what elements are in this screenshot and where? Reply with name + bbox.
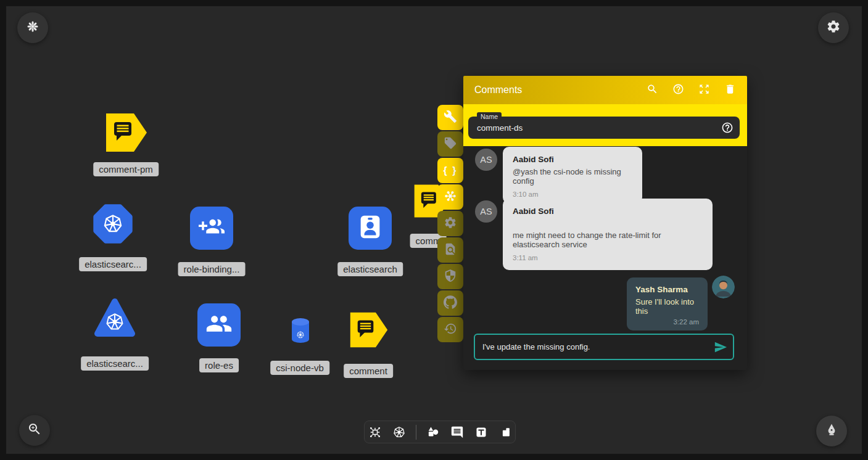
avatar-yash xyxy=(712,276,735,298)
pen-nib-icon xyxy=(824,422,839,440)
shapes-icon[interactable] xyxy=(426,425,440,440)
comment-composer xyxy=(474,334,734,360)
node-csi-node-vb[interactable] xyxy=(289,317,312,344)
gear-icon xyxy=(444,216,457,232)
doc-preview-button[interactable] xyxy=(437,237,463,263)
history-button[interactable] xyxy=(437,317,463,342)
message-text: Sure I'll look into this xyxy=(635,297,699,316)
message-time: 3:10 am xyxy=(513,191,632,198)
doc-search-icon xyxy=(444,242,457,258)
toolbar-divider xyxy=(416,425,416,440)
pen-tool-fab[interactable] xyxy=(816,416,847,446)
node-label[interactable]: csi-node-vb xyxy=(270,361,329,375)
configure-button[interactable] xyxy=(437,105,463,130)
node-label[interactable]: comment xyxy=(344,364,393,378)
design-canvas[interactable]: comment-pm elasticsearc... role-binding.… xyxy=(6,6,862,454)
message-author: Aabid Sofi xyxy=(513,155,632,164)
node-label[interactable]: elasticsearch xyxy=(337,262,403,276)
braces-icon: { } xyxy=(444,165,458,176)
comments-panel: Comments Name AS Aabid Sofi @yash the cs… xyxy=(463,76,747,370)
shield-icon xyxy=(444,269,457,285)
json-button[interactable]: { } xyxy=(437,158,463,183)
help-icon[interactable] xyxy=(672,83,684,97)
node-elasticsearch-triangle[interactable] xyxy=(93,297,136,340)
chat-message[interactable]: Aabid Sofi @yash the csi-node is missing… xyxy=(503,147,642,203)
comment-icon[interactable] xyxy=(450,425,465,440)
message-time: 3:22 am xyxy=(635,318,699,326)
panel-title: Comments xyxy=(474,84,522,96)
message-text: me might need to change the rate-limit f… xyxy=(513,231,703,249)
security-button[interactable] xyxy=(437,264,463,289)
node-label[interactable]: comment-pm xyxy=(93,162,159,176)
avatar-aabid: AS xyxy=(475,149,497,171)
shape-toolbar xyxy=(364,421,516,443)
history-icon xyxy=(444,322,457,338)
comments-panel-header[interactable]: Comments xyxy=(463,76,747,104)
name-input[interactable] xyxy=(477,117,705,139)
name-field-box: Name xyxy=(468,117,740,139)
avatar-initials: AS xyxy=(480,155,492,165)
github-icon xyxy=(444,295,457,311)
expand-icon[interactable] xyxy=(698,83,710,97)
meshery-flower-icon xyxy=(25,19,40,36)
comment-node-icon xyxy=(105,144,148,154)
node-role-es[interactable] xyxy=(197,303,241,347)
chat-message[interactable]: Yash Sharma Sure I'll look into this 3:2… xyxy=(627,277,708,331)
node-comment[interactable] xyxy=(349,311,389,349)
settings-button[interactable] xyxy=(437,211,463,236)
node-elasticsearch-octagon[interactable] xyxy=(91,202,134,245)
comment-node-icon xyxy=(349,340,389,351)
node-label[interactable]: role-es xyxy=(199,358,239,372)
meshery-logo-button[interactable] xyxy=(17,12,48,43)
wrench-icon xyxy=(444,110,457,126)
node-action-toolbar: { } xyxy=(437,105,463,343)
help-circle-icon[interactable] xyxy=(721,121,734,134)
rectangle-tool-icon[interactable] xyxy=(498,425,513,440)
message-author: Yash Sharma xyxy=(635,285,699,294)
hub-icon xyxy=(444,189,457,205)
schema-icon[interactable] xyxy=(368,425,382,440)
avatar-aabid: AS xyxy=(475,200,497,223)
settings-fab[interactable] xyxy=(818,12,849,43)
search-icon[interactable] xyxy=(647,83,658,97)
node-label[interactable]: elasticsearc... xyxy=(81,356,149,371)
message-author: Aabid Sofi xyxy=(513,207,703,216)
group-icon xyxy=(205,310,233,340)
group-add-icon xyxy=(199,214,225,242)
node-comment-pm[interactable] xyxy=(105,113,148,152)
hub-button[interactable] xyxy=(437,184,463,210)
node-label[interactable]: role-binding... xyxy=(178,262,246,276)
chat-message[interactable]: Aabid Sofi me might need to change the r… xyxy=(503,199,713,270)
node-elasticsearch-serviceaccount[interactable] xyxy=(349,207,392,250)
node-role-binding[interactable] xyxy=(190,207,233,250)
text-tool-icon[interactable] xyxy=(474,425,489,440)
node-label[interactable]: elasticsearc... xyxy=(79,257,147,271)
zoom-fab[interactable] xyxy=(19,415,50,446)
name-section: Name xyxy=(463,104,747,146)
message-time: 3:11 am xyxy=(513,254,703,261)
badge-icon xyxy=(356,213,384,244)
tag-icon xyxy=(444,136,457,152)
trash-icon[interactable] xyxy=(724,83,736,97)
send-icon[interactable] xyxy=(714,340,727,354)
kubernetes-icon[interactable] xyxy=(392,425,407,440)
message-text: @yash the csi-node is missing config xyxy=(513,167,632,186)
avatar-initials: AS xyxy=(480,207,492,216)
zoom-in-icon xyxy=(27,422,42,439)
gear-icon xyxy=(826,19,841,36)
comment-input[interactable] xyxy=(482,335,705,359)
github-button[interactable] xyxy=(437,290,463,316)
tag-button[interactable] xyxy=(437,131,463,157)
